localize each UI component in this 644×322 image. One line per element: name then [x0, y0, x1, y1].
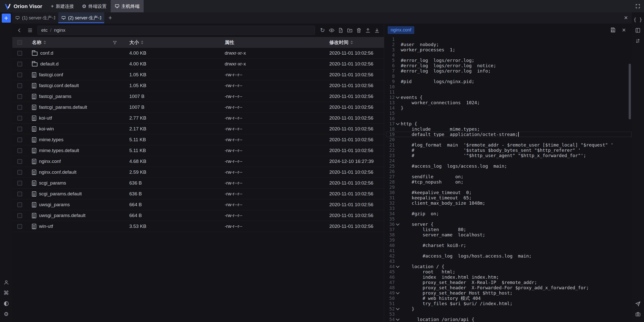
- terminal-tab-2[interactable]: (2) server-生产-1: [58, 12, 104, 23]
- file-mtime: 2024-12-10 16:27:39: [325, 159, 384, 164]
- table-row[interactable]: win-utf 3.53 KB -rw-r--r-- 2020-11-01 10…: [12, 221, 384, 232]
- settings-button[interactable]: ⚙: [0, 309, 12, 319]
- preview-button[interactable]: [327, 26, 336, 35]
- download-button[interactable]: [372, 26, 381, 35]
- menu-item-new-connection[interactable]: + 新建连接: [47, 0, 78, 12]
- table-row[interactable]: fastcgi.conf 1.05 KB -rw-r--r-- 2020-11-…: [12, 69, 384, 80]
- save-file-button[interactable]: [609, 26, 617, 34]
- breadcrumb[interactable]: etc / nginx: [37, 26, 315, 35]
- code-line: 7 #error_log logs/error.log info;: [386, 68, 632, 74]
- screenshot-button[interactable]: [632, 309, 644, 319]
- fold-toggle[interactable]: [395, 95, 401, 100]
- column-header-attr: 属性: [225, 39, 234, 46]
- shortcut-button[interactable]: ⌘: [0, 288, 12, 298]
- table-row[interactable]: conf.d 4.00 KB drwxr-xr-x 2020-11-01 10:…: [12, 48, 384, 59]
- table-row[interactable]: fastcgi_params.default 1007 B -rw-r--r--…: [12, 102, 384, 113]
- row-checkbox[interactable]: [17, 148, 22, 153]
- row-checkbox[interactable]: [17, 94, 22, 99]
- refresh-button[interactable]: ↻: [318, 26, 327, 35]
- line-number: 10: [386, 84, 395, 89]
- breadcrumb-segment[interactable]: nginx: [54, 27, 65, 33]
- row-checkbox[interactable]: [17, 127, 22, 131]
- row-checkbox[interactable]: [17, 202, 22, 207]
- row-checkbox[interactable]: [17, 224, 22, 229]
- file-name: uwsgi_params: [39, 202, 70, 207]
- filter-icon[interactable]: [113, 40, 117, 45]
- table-row[interactable]: uwsgi_params.default 664 B -rw-r--r-- 20…: [12, 210, 384, 221]
- table-row[interactable]: fastcgi.conf.default 1.05 KB -rw-r--r-- …: [12, 80, 384, 91]
- code-lines[interactable]: 1 2 #user nobody; 3 worker_processes 1; …: [384, 37, 632, 322]
- file-size: 1.05 KB: [125, 83, 220, 88]
- file-size: 664 B: [125, 213, 220, 218]
- row-checkbox[interactable]: [17, 181, 22, 186]
- code-view-button[interactable]: { }: [632, 14, 644, 25]
- table-row[interactable]: koi-win 2.17 KB -rw-r--r-- 2020-11-01 10…: [12, 124, 384, 134]
- row-checkbox[interactable]: [17, 213, 22, 218]
- fold-toggle[interactable]: [395, 317, 401, 322]
- fold-toggle[interactable]: [395, 222, 401, 227]
- transfer-list-button[interactable]: [632, 35, 644, 46]
- theme-button[interactable]: [0, 298, 12, 309]
- file-mtime: 2020-11-01 10:02:56: [325, 72, 384, 78]
- breadcrumb-segment[interactable]: etc: [41, 27, 48, 33]
- sort-name-control[interactable]: [44, 41, 46, 44]
- new-folder-button[interactable]: [345, 26, 354, 35]
- terminal-tab-1[interactable]: (1) server-生产-1: [12, 12, 58, 23]
- row-checkbox[interactable]: [17, 73, 22, 77]
- row-checkbox[interactable]: [17, 192, 22, 196]
- new-file-button[interactable]: [336, 26, 345, 35]
- table-row[interactable]: uwsgi_params 664 B -rw-r--r-- 2020-11-01…: [12, 199, 384, 210]
- table-row[interactable]: koi-utf 2.77 KB -rw-r--r-- 2020-11-01 10…: [12, 113, 384, 124]
- code-line: 39: [386, 237, 632, 243]
- fold-toggle[interactable]: [395, 121, 401, 126]
- fold-toggle[interactable]: [395, 306, 401, 311]
- fold-toggle: [395, 311, 401, 317]
- table-row[interactable]: nginx.conf 4.68 KB -rw-r--r-- 2024-12-10…: [12, 156, 384, 167]
- row-checkbox[interactable]: [17, 83, 22, 88]
- table-row[interactable]: fastcgi_params 1007 B -rw-r--r-- 2020-11…: [12, 91, 384, 102]
- close-panel-button[interactable]: ×: [620, 12, 632, 23]
- row-checkbox[interactable]: [17, 116, 22, 121]
- table-row[interactable]: scgi_params 636 B -rw-r--r-- 2020-11-01 …: [12, 178, 384, 189]
- row-checkbox[interactable]: [17, 137, 22, 142]
- upload-button[interactable]: [363, 26, 372, 35]
- save-icon: [610, 27, 616, 33]
- menu-item-terminal-settings[interactable]: ⚙ 终端设置: [78, 0, 111, 12]
- table-row[interactable]: nginx.conf.default 2.59 KB -rw-r--r-- 20…: [12, 167, 384, 178]
- table-row[interactable]: scgi_params.default 636 B -rw-r--r-- 202…: [12, 189, 384, 199]
- back-button[interactable]: [15, 26, 24, 35]
- code-text: }: [401, 105, 404, 111]
- sort-mtime-control[interactable]: [350, 41, 353, 44]
- line-number: 3: [386, 47, 395, 52]
- row-checkbox[interactable]: [17, 105, 22, 110]
- row-checkbox[interactable]: [17, 159, 22, 164]
- fullscreen-button[interactable]: [632, 0, 644, 12]
- editor-scrollbar-thumb[interactable]: [629, 64, 631, 119]
- new-tab-button[interactable]: +: [104, 12, 116, 23]
- list-view-button[interactable]: [25, 26, 34, 35]
- fold-toggle: [395, 195, 401, 200]
- fold-toggle[interactable]: [395, 264, 401, 269]
- select-all-checkbox[interactable]: [17, 40, 22, 45]
- row-checkbox[interactable]: [17, 51, 22, 56]
- row-checkbox[interactable]: [17, 170, 22, 175]
- close-editor-button[interactable]: ×: [620, 26, 628, 34]
- fold-toggle[interactable]: [395, 290, 401, 296]
- delete-button[interactable]: [354, 26, 363, 35]
- table-row[interactable]: mime.types.default 5.11 KB -rw-r--r-- 20…: [12, 145, 384, 156]
- code-text: }: [401, 306, 414, 311]
- fold-toggle: [395, 158, 401, 163]
- command-sender-button[interactable]: [632, 298, 644, 309]
- code-text: default_type application/octet-stream;: [401, 132, 518, 137]
- row-checkbox[interactable]: [17, 62, 22, 66]
- tabbar-spacer: [116, 12, 620, 23]
- sort-size-control[interactable]: [141, 41, 143, 44]
- code-line: 52 }: [386, 306, 632, 311]
- table-row[interactable]: mime.types 5.11 KB -rw-r--r-- 2020-11-01…: [12, 134, 384, 145]
- user-button[interactable]: [0, 277, 12, 288]
- menu-item-host-terminal[interactable]: 主机终端: [111, 0, 144, 12]
- open-file-badge[interactable]: nginx.conf: [388, 26, 414, 34]
- layout-toggle-button[interactable]: [632, 25, 644, 35]
- new-connection-button[interactable]: +: [2, 14, 11, 23]
- table-row[interactable]: default.d 4.00 KB drwxr-xr-x 2020-11-01 …: [12, 59, 384, 69]
